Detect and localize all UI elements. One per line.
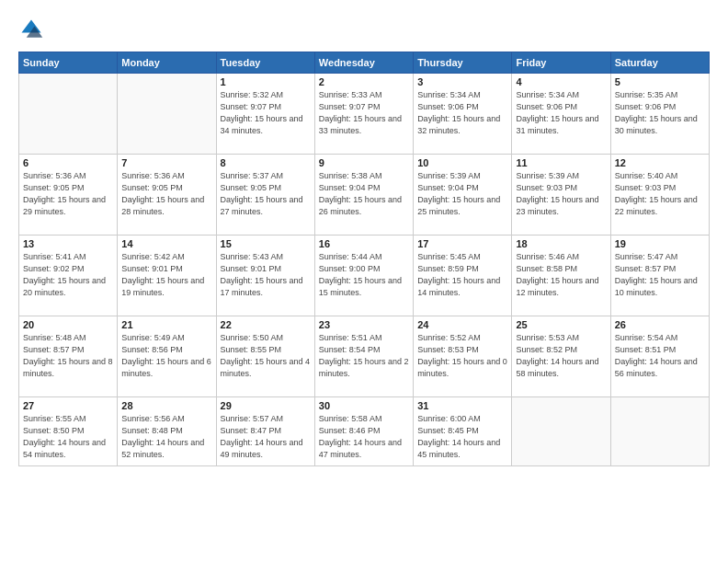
day-of-week-header: Monday (118, 52, 216, 74)
header-row: SundayMondayTuesdayWednesdayThursdayFrid… (19, 52, 710, 74)
calendar-cell (512, 397, 610, 466)
header (18, 17, 710, 42)
day-number: 19 (615, 238, 705, 249)
day-of-week-header: Sunday (19, 52, 118, 74)
calendar-cell: 3Sunrise: 5:34 AM Sunset: 9:06 PM Daylig… (414, 74, 512, 155)
day-info: Sunrise: 5:54 AM Sunset: 8:51 PM Dayligh… (615, 332, 705, 380)
calendar-cell (610, 397, 709, 466)
calendar-week-row: 1Sunrise: 5:32 AM Sunset: 9:07 PM Daylig… (19, 74, 710, 155)
day-info: Sunrise: 5:58 AM Sunset: 8:46 PM Dayligh… (319, 413, 409, 461)
calendar-cell: 22Sunrise: 5:50 AM Sunset: 8:55 PM Dayli… (216, 316, 314, 397)
day-of-week-header: Friday (512, 52, 610, 74)
calendar-cell: 14Sunrise: 5:42 AM Sunset: 9:01 PM Dayli… (118, 236, 216, 316)
calendar-cell: 11Sunrise: 5:39 AM Sunset: 9:03 PM Dayli… (512, 155, 610, 236)
calendar-cell: 7Sunrise: 5:36 AM Sunset: 9:05 PM Daylig… (118, 155, 216, 236)
day-info: Sunrise: 5:53 AM Sunset: 8:52 PM Dayligh… (516, 332, 606, 380)
day-number: 26 (615, 319, 705, 330)
calendar-cell (118, 74, 216, 155)
day-info: Sunrise: 5:34 AM Sunset: 9:06 PM Dayligh… (417, 89, 507, 137)
calendar-cell: 23Sunrise: 5:51 AM Sunset: 8:54 PM Dayli… (314, 316, 413, 397)
day-number: 12 (615, 157, 705, 168)
day-of-week-header: Tuesday (216, 52, 314, 74)
day-info: Sunrise: 5:57 AM Sunset: 8:47 PM Dayligh… (221, 413, 311, 461)
calendar-week-row: 27Sunrise: 5:55 AM Sunset: 8:50 PM Dayli… (19, 397, 710, 466)
day-number: 6 (23, 157, 113, 168)
day-number: 2 (319, 76, 409, 87)
calendar-cell: 2Sunrise: 5:33 AM Sunset: 9:07 PM Daylig… (314, 74, 413, 155)
day-number: 25 (516, 319, 606, 330)
day-info: Sunrise: 5:38 AM Sunset: 9:04 PM Dayligh… (319, 170, 409, 218)
calendar-cell: 31Sunrise: 6:00 AM Sunset: 8:45 PM Dayli… (414, 397, 512, 466)
calendar-cell: 30Sunrise: 5:58 AM Sunset: 8:46 PM Dayli… (314, 397, 413, 466)
calendar-cell: 5Sunrise: 5:35 AM Sunset: 9:06 PM Daylig… (610, 74, 709, 155)
day-of-week-header: Saturday (610, 52, 709, 74)
calendar-cell: 6Sunrise: 5:36 AM Sunset: 9:05 PM Daylig… (19, 155, 118, 236)
calendar-cell: 20Sunrise: 5:48 AM Sunset: 8:57 PM Dayli… (19, 316, 118, 397)
calendar-cell: 19Sunrise: 5:47 AM Sunset: 8:57 PM Dayli… (610, 236, 709, 316)
day-number: 7 (121, 157, 211, 168)
calendar-week-row: 20Sunrise: 5:48 AM Sunset: 8:57 PM Dayli… (19, 316, 710, 397)
day-info: Sunrise: 5:39 AM Sunset: 9:03 PM Dayligh… (516, 170, 606, 218)
day-info: Sunrise: 5:32 AM Sunset: 9:07 PM Dayligh… (221, 89, 311, 137)
calendar-cell: 13Sunrise: 5:41 AM Sunset: 9:02 PM Dayli… (19, 236, 118, 316)
calendar-cell: 12Sunrise: 5:40 AM Sunset: 9:03 PM Dayli… (610, 155, 709, 236)
calendar-cell: 17Sunrise: 5:45 AM Sunset: 8:59 PM Dayli… (414, 236, 512, 316)
day-info: Sunrise: 5:35 AM Sunset: 9:06 PM Dayligh… (615, 89, 705, 137)
day-info: Sunrise: 5:40 AM Sunset: 9:03 PM Dayligh… (615, 170, 705, 218)
day-number: 27 (23, 400, 113, 411)
day-info: Sunrise: 5:48 AM Sunset: 8:57 PM Dayligh… (23, 332, 113, 380)
page: SundayMondayTuesdayWednesdayThursdayFrid… (0, 0, 728, 563)
calendar-cell: 21Sunrise: 5:49 AM Sunset: 8:56 PM Dayli… (118, 316, 216, 397)
day-number: 3 (417, 76, 507, 87)
calendar-cell: 18Sunrise: 5:46 AM Sunset: 8:58 PM Dayli… (512, 236, 610, 316)
calendar-cell: 10Sunrise: 5:39 AM Sunset: 9:04 PM Dayli… (414, 155, 512, 236)
day-number: 10 (417, 157, 507, 168)
day-info: Sunrise: 5:39 AM Sunset: 9:04 PM Dayligh… (417, 170, 507, 218)
day-info: Sunrise: 5:49 AM Sunset: 8:56 PM Dayligh… (121, 332, 211, 380)
day-info: Sunrise: 5:36 AM Sunset: 9:05 PM Dayligh… (23, 170, 113, 218)
day-info: Sunrise: 5:33 AM Sunset: 9:07 PM Dayligh… (319, 89, 409, 137)
calendar-cell (19, 74, 118, 155)
day-info: Sunrise: 5:34 AM Sunset: 9:06 PM Dayligh… (516, 89, 606, 137)
day-number: 4 (516, 76, 606, 87)
day-number: 31 (417, 400, 507, 411)
day-number: 29 (221, 400, 311, 411)
day-number: 9 (319, 157, 409, 168)
day-info: Sunrise: 5:44 AM Sunset: 9:00 PM Dayligh… (319, 251, 409, 299)
day-of-week-header: Wednesday (314, 52, 413, 74)
calendar-cell: 25Sunrise: 5:53 AM Sunset: 8:52 PM Dayli… (512, 316, 610, 397)
day-info: Sunrise: 5:36 AM Sunset: 9:05 PM Dayligh… (121, 170, 211, 218)
day-info: Sunrise: 5:52 AM Sunset: 8:53 PM Dayligh… (417, 332, 507, 380)
day-info: Sunrise: 5:43 AM Sunset: 9:01 PM Dayligh… (221, 251, 311, 299)
day-info: Sunrise: 5:55 AM Sunset: 8:50 PM Dayligh… (23, 413, 113, 461)
calendar-cell: 9Sunrise: 5:38 AM Sunset: 9:04 PM Daylig… (314, 155, 413, 236)
day-number: 24 (417, 319, 507, 330)
day-number: 15 (221, 238, 311, 249)
day-info: Sunrise: 5:56 AM Sunset: 8:48 PM Dayligh… (121, 413, 211, 461)
day-info: Sunrise: 6:00 AM Sunset: 8:45 PM Dayligh… (417, 413, 507, 461)
day-of-week-header: Thursday (414, 52, 512, 74)
day-number: 20 (23, 319, 113, 330)
calendar-cell: 29Sunrise: 5:57 AM Sunset: 8:47 PM Dayli… (216, 397, 314, 466)
calendar-cell: 8Sunrise: 5:37 AM Sunset: 9:05 PM Daylig… (216, 155, 314, 236)
calendar-week-row: 13Sunrise: 5:41 AM Sunset: 9:02 PM Dayli… (19, 236, 710, 316)
day-number: 14 (121, 238, 211, 249)
day-number: 8 (221, 157, 311, 168)
calendar-cell: 24Sunrise: 5:52 AM Sunset: 8:53 PM Dayli… (414, 316, 512, 397)
day-info: Sunrise: 5:50 AM Sunset: 8:55 PM Dayligh… (221, 332, 311, 380)
day-number: 11 (516, 157, 606, 168)
day-number: 21 (121, 319, 211, 330)
calendar-cell: 4Sunrise: 5:34 AM Sunset: 9:06 PM Daylig… (512, 74, 610, 155)
calendar-week-row: 6Sunrise: 5:36 AM Sunset: 9:05 PM Daylig… (19, 155, 710, 236)
day-info: Sunrise: 5:41 AM Sunset: 9:02 PM Dayligh… (23, 251, 113, 299)
day-number: 13 (23, 238, 113, 249)
day-info: Sunrise: 5:46 AM Sunset: 8:58 PM Dayligh… (516, 251, 606, 299)
day-number: 5 (615, 76, 705, 87)
calendar-cell: 26Sunrise: 5:54 AM Sunset: 8:51 PM Dayli… (610, 316, 709, 397)
day-number: 28 (121, 400, 211, 411)
day-number: 16 (319, 238, 409, 249)
day-info: Sunrise: 5:47 AM Sunset: 8:57 PM Dayligh… (615, 251, 705, 299)
day-number: 17 (417, 238, 507, 249)
logo (18, 17, 48, 42)
day-info: Sunrise: 5:37 AM Sunset: 9:05 PM Dayligh… (221, 170, 311, 218)
